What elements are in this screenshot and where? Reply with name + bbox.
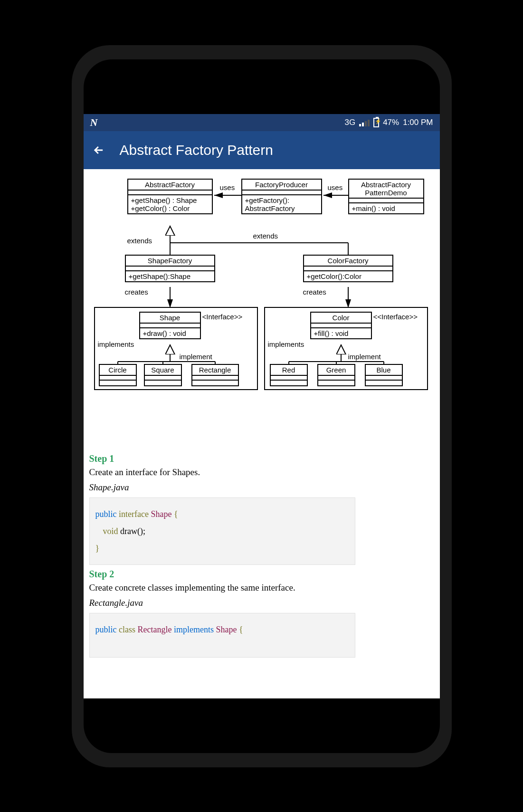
step-1-text: Create an interface for Shapes. [89, 467, 434, 478]
app-bar: Abstract Factory Pattern [84, 131, 440, 169]
android-n-icon: N [90, 116, 98, 129]
uml-demo: AbstractFactory PatternDemo +main() : vo… [348, 179, 424, 214]
step-1-code: public interface Shape { void draw(); } [89, 497, 355, 565]
uml-green: Green [317, 364, 355, 386]
uml-diagram: AbstractFactory +getShape() : Shape +get… [89, 174, 434, 449]
clock: 1:00 PM [403, 118, 433, 127]
uml-shape: Shape +draw() : void [139, 312, 201, 339]
status-bar: N 3G 47% 1:00 PM [84, 114, 440, 131]
uml-label: uses [220, 183, 235, 191]
page-title: Abstract Factory Pattern [120, 142, 273, 158]
uml-color-factory: ColorFactory +getColor():Color [303, 255, 393, 282]
uml-factory-producer: FactoryProducer +getFactory(): AbstractF… [241, 179, 322, 214]
back-arrow-icon[interactable] [92, 143, 105, 157]
uml-circle: Circle [99, 364, 137, 386]
network-label: 3G [344, 118, 355, 127]
uml-label: creates [303, 288, 326, 296]
uml-label: uses [328, 183, 343, 191]
uml-color: Color +fill() : void [310, 312, 372, 339]
step-2-code: public class Rectangle implements Shape … [89, 613, 355, 658]
uml-stereotype: <<Interface>> [373, 313, 418, 321]
uml-shape-factory: ShapeFactory +getShape():Shape [125, 255, 215, 282]
step-2-label: Step 2 [89, 569, 434, 580]
battery-percent: 47% [383, 118, 399, 127]
screen: N 3G 47% 1:00 PM Abstract Factory Patter… [84, 114, 440, 698]
phone-frame: N 3G 47% 1:00 PM Abstract Factory Patter… [72, 45, 452, 767]
battery-icon [373, 118, 379, 127]
content-area[interactable]: AbstractFactory +getShape() : Shape +get… [84, 169, 440, 698]
uml-rectangle: Rectangle [191, 364, 239, 386]
uml-label: implement [180, 353, 212, 361]
uml-stereotype: <Interface>> [202, 313, 243, 321]
uml-label: implement [348, 353, 381, 361]
uml-label: creates [125, 288, 148, 296]
uml-abstract-factory: AbstractFactory +getShape() : Shape +get… [127, 179, 213, 214]
uml-label: implements [98, 340, 134, 348]
uml-label: extends [253, 232, 278, 240]
uml-label: implements [268, 340, 304, 348]
signal-icon [359, 119, 370, 126]
uml-red: Red [270, 364, 308, 386]
step-1-label: Step 1 [89, 453, 434, 464]
step-1-filename: Shape.java [89, 482, 434, 493]
uml-label: extends [127, 237, 152, 245]
step-2-text: Create concrete classes implementing the… [89, 583, 434, 593]
uml-blue: Blue [365, 364, 403, 386]
step-2-filename: Rectangle.java [89, 598, 434, 608]
uml-square: Square [144, 364, 182, 386]
